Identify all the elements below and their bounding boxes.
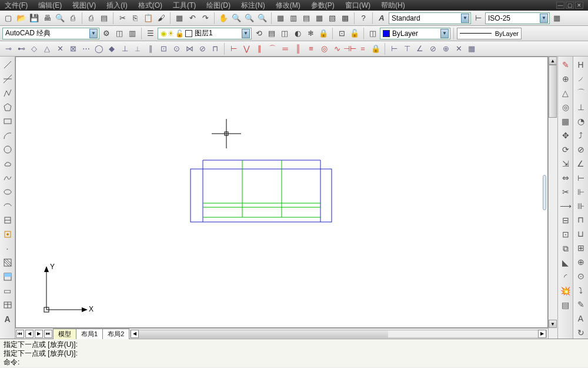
vscroll-thumb[interactable] [549,65,557,118]
line-icon[interactable] [2,59,14,71]
constr-col-icon[interactable]: ≡ [305,43,317,55]
mtext-icon[interactable]: A [2,313,14,325]
open-icon[interactable]: 📂 [15,12,27,24]
hscroll-thumb[interactable] [139,330,388,337]
ws-my-icon[interactable]: ◫ [113,28,125,39]
osnap-appint-icon[interactable]: ⊠ [67,43,79,55]
layer-state-icon[interactable]: ▤ [266,28,278,39]
dim-jog-icon[interactable]: ⤴ [575,130,587,141]
constr-smooth-icon[interactable]: ∿ [331,43,343,55]
osnap-set-icon[interactable]: ⊓ [209,43,221,55]
ws-settings-icon[interactable]: ⚙ [101,28,112,39]
menu-dimension[interactable]: 标注(N) [241,1,265,11]
dim-arc-icon[interactable]: ⌒ [575,87,587,99]
properties-icon[interactable]: ▦ [275,12,286,24]
osnap-perp-icon[interactable]: ⟂ [132,43,143,55]
hscroll-right-button[interactable]: ▶ [538,330,546,338]
dim-space-icon[interactable]: ⊓ [575,214,587,226]
dim-quick-icon[interactable]: ⊢ [575,172,587,184]
text-style-combo[interactable]: Standard▼ [389,12,471,24]
menu-tools[interactable]: 工具(T) [173,1,196,11]
tab-last-button[interactable]: ⏭ [44,330,52,338]
constr-line-icon[interactable] [2,73,14,85]
publish-icon[interactable]: ⎙ [67,12,79,24]
block-icon[interactable]: ▦ [173,12,185,24]
dim-text-edit-icon[interactable]: A [575,313,587,324]
layer-freeze-icon[interactable]: ❄ [305,28,316,39]
menu-modify[interactable]: 修改(M) [276,1,300,11]
drawing-canvas[interactable]: Y X [15,57,548,328]
chamfer-icon[interactable]: ◣ [560,257,572,268]
polygon-icon[interactable] [2,101,14,113]
workspace-combo[interactable]: AutoCAD 经典▼ [2,28,99,39]
color-control-icon[interactable]: ◫ [367,28,379,39]
dim-icon[interactable]: ⊢ [472,12,484,24]
layer-iso-icon[interactable]: ◫ [279,28,290,39]
osnap-near-icon[interactable]: ⋈ [183,43,195,55]
zoom-win-icon[interactable]: 🔍 [243,12,255,24]
command-line[interactable]: 指定下一点或 [放弃(U)]: 指定下一点或 [放弃(U)]: 命令: [0,339,588,367]
color-combo[interactable]: ByLayer ▼ [380,28,450,39]
table-style-icon[interactable]: ▦ [551,12,563,24]
preview-icon[interactable]: 🔍 [54,12,66,24]
print-icon[interactable]: 🖶 [41,12,53,24]
constr-coin-icon[interactable]: ⊢ [228,43,239,55]
ellipse-icon[interactable] [2,186,14,198]
table-icon[interactable] [2,299,14,311]
array-icon[interactable]: ▦ [560,115,572,127]
textstyle-icon[interactable]: A [376,12,387,24]
copy-obj-icon[interactable]: ⊕ [560,73,572,85]
dim-continue-icon[interactable]: ⊪ [575,200,587,212]
mirror-icon[interactable]: △ [560,87,572,99]
tab-first-button[interactable]: ⏮ [16,330,24,338]
layer-lock-icon[interactable]: 🔒 [318,28,329,39]
ellipse-arc-icon[interactable] [2,200,14,212]
calc-icon[interactable]: ▩ [339,12,351,24]
menu-window[interactable]: 窗口(W) [345,1,370,11]
menu-file[interactable]: 文件(F) [5,1,28,11]
design-icon[interactable]: ▥ [288,12,299,24]
osnap-end-icon[interactable]: ◇ [28,43,40,55]
maximize-button[interactable]: ▢ [566,2,574,9]
arc-icon[interactable] [2,130,14,141]
dim-angular-icon[interactable]: ∠ [575,158,587,170]
osnap-tan-icon[interactable]: ⊥ [119,43,131,55]
menu-draw[interactable]: 绘图(D) [206,1,230,11]
dim-baseline-icon[interactable]: ⊩ [575,186,587,198]
make-block-icon[interactable] [2,228,14,240]
explode-icon[interactable]: 💥 [560,285,572,297]
osnap-temp-icon[interactable]: ⊸ [2,43,14,55]
dim-style-combo[interactable]: ISO-25▼ [485,12,550,24]
dim-linear-icon[interactable]: H [575,59,587,71]
layer-prev-icon[interactable]: ⟲ [253,28,265,39]
dim-ordinate-icon[interactable]: ⊥ [575,101,587,113]
cut-icon[interactable]: ✂ [116,12,128,24]
trim-icon[interactable]: ✂ [560,186,572,198]
tab-layout1[interactable]: 布局1 [76,329,103,339]
region-icon[interactable]: ▭ [2,285,14,297]
polyline-icon[interactable] [2,87,14,99]
osnap-node-icon[interactable]: ⊙ [171,43,182,55]
zoom-prev-icon[interactable]: 🔍 [256,12,268,24]
dimcon-r-icon[interactable]: ⊘ [427,43,439,55]
match-icon[interactable]: 🖌 [155,12,167,24]
osnap-quad-icon[interactable]: ◆ [106,43,118,55]
constr-fix-icon[interactable]: 🔒 [370,43,382,55]
inspect-icon[interactable]: ⊙ [575,270,587,282]
join-icon[interactable]: ⧉ [560,243,572,254]
unlock-icon[interactable]: 🔓 [349,28,360,39]
tab-layout2[interactable]: 布局2 [102,329,129,339]
tab-model[interactable]: 模型 [53,329,76,339]
dimcon-del-icon[interactable]: ✕ [453,43,465,55]
constr-sym-icon[interactable]: ⊣⊢ [344,43,356,55]
osnap-mid-icon[interactable]: △ [41,43,53,55]
plot-icon[interactable]: ⎙ [85,12,97,24]
pan-icon[interactable]: ✋ [218,12,229,24]
osnap-par-icon[interactable]: ∥ [145,43,156,55]
spline-icon[interactable] [2,172,14,184]
tab-next-button[interactable]: ▶ [35,330,43,338]
dimcon-d-icon[interactable]: ⊕ [440,43,452,55]
redo-icon[interactable]: ↷ [199,12,211,24]
menu-param[interactable]: 参数(P) [311,1,335,11]
dimcon-mgr-icon[interactable]: ▦ [466,43,477,55]
